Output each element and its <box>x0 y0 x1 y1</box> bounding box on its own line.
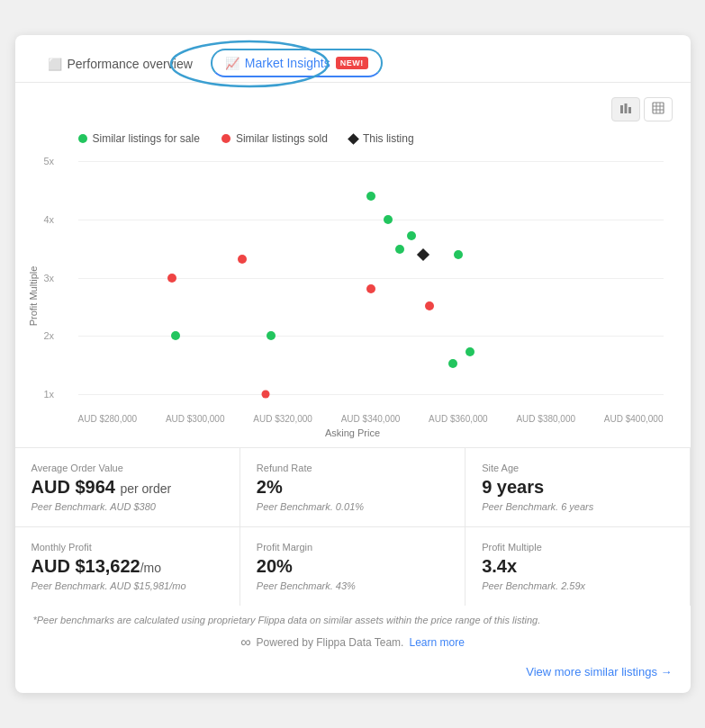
dot-red-3 <box>366 284 375 293</box>
infinity-icon: ∞ <box>240 634 250 651</box>
x-axis-label: Asking Price <box>325 427 380 438</box>
metric-benchmark-profit: Peer Benchmark. AUD $15,981/mo <box>32 580 223 591</box>
tab-performance[interactable]: ⬜ Performance overview <box>33 48 207 82</box>
dot-green-4 <box>384 215 393 224</box>
legend-dot-sale <box>78 134 87 143</box>
dot-green-7 <box>454 250 463 259</box>
chart-inner: 5x 4x 3x 2x 1x <box>78 161 664 395</box>
dot-red-1 <box>167 274 176 283</box>
dot-green-8 <box>465 347 475 356</box>
metric-value-profit: AUD $13,622/mo <box>32 556 223 577</box>
performance-icon: ⬜ <box>48 58 62 71</box>
dot-green-3 <box>366 192 375 201</box>
table-chart-button[interactable] <box>644 97 673 121</box>
metric-value-age: 9 years <box>482 477 673 498</box>
market-insights-label: Market Insights <box>245 56 330 70</box>
grid-line-3x: 3x <box>78 278 664 279</box>
chart-controls <box>33 97 673 121</box>
dot-green-6 <box>407 231 416 240</box>
grid-line-5x: 5x <box>78 161 664 162</box>
legend-similar-for-sale: Similar listings for sale <box>78 132 200 145</box>
x-tick-300k: AUD $300,000 <box>166 414 225 424</box>
x-axis-ticks: AUD $280,000 AUD $300,000 AUD $320,000 A… <box>78 414 664 424</box>
metric-label-multiple: Profit Multiple <box>482 542 673 553</box>
metric-label-age: Site Age <box>482 463 673 473</box>
legend-similar-sold: Similar listings sold <box>221 132 328 145</box>
metric-label-refund: Refund Rate <box>257 463 448 473</box>
x-tick-380k: AUD $380,000 <box>516 414 575 424</box>
footer: *Peer benchmarks are calculated using pr… <box>15 606 691 665</box>
metric-site-age: Site Age 9 years Peer Benchmark. 6 years <box>465 448 690 526</box>
svg-rect-4 <box>653 103 664 113</box>
metric-monthly-profit: Monthly Profit AUD $13,622/mo Peer Bench… <box>15 527 240 606</box>
metric-benchmark-age: Peer Benchmark. 6 years <box>482 501 673 512</box>
dot-green-1 <box>171 331 180 340</box>
legend-label-sold: Similar listings sold <box>236 132 328 145</box>
svg-rect-1 <box>620 105 623 113</box>
y-tick-3x: 3x <box>44 273 55 283</box>
y-tick-2x: 2x <box>44 330 55 341</box>
svg-rect-3 <box>628 107 631 113</box>
metric-benchmark-refund: Peer Benchmark. 0.01% <box>257 501 448 512</box>
dot-green-2 <box>267 331 276 340</box>
metric-profit-multiple: Profit Multiple 3.4x Peer Benchmark. 2.5… <box>465 527 690 606</box>
metric-label-margin: Profit Margin <box>257 542 448 553</box>
x-tick-340k: AUD $340,000 <box>341 414 401 424</box>
legend-this-listing: This listing <box>349 132 414 145</box>
metric-profit-margin: Profit Margin 20% Peer Benchmark. 43% <box>240 527 465 606</box>
metric-value-aov: AUD $964 per order <box>32 477 223 498</box>
y-tick-5x: 5x <box>44 156 55 166</box>
main-card: ⬜ Performance overview 📈 Market Insights… <box>15 35 691 693</box>
dot-red-2 <box>238 255 247 264</box>
x-tick-360k: AUD $360,000 <box>429 414 488 424</box>
metrics-grid: Average Order Value AUD $964 per order P… <box>15 447 691 606</box>
legend-dot-sold <box>221 134 230 143</box>
metric-value-multiple: 3.4x <box>482 556 673 577</box>
view-more-section: View more similar listings → <box>15 665 691 693</box>
powered-by: ∞ Powered by Flippa Data Team. Learn mor… <box>33 634 673 651</box>
dot-green-5 <box>395 245 404 254</box>
grid-line-1x: 1x <box>78 394 664 395</box>
y-axis-label: Profit Multiple <box>28 266 39 327</box>
market-insights-icon: 📈 <box>225 57 240 70</box>
metric-value-margin: 20% <box>257 556 448 577</box>
grid-line-2x: 2x <box>78 336 664 337</box>
metric-benchmark-aov: Peer Benchmark. AUD $380 <box>32 501 223 512</box>
metric-refund-rate: Refund Rate 2% Peer Benchmark. 0.01% <box>240 448 465 526</box>
legend-diamond <box>348 133 359 145</box>
peer-note: *Peer benchmarks are calculated using pr… <box>33 615 673 625</box>
metric-value-refund: 2% <box>257 477 448 498</box>
learn-more-link[interactable]: Learn more <box>409 636 464 649</box>
legend-label-this: This listing <box>363 132 414 145</box>
metric-benchmark-multiple: Peer Benchmark. 2.59x <box>482 580 673 591</box>
bar-chart-button[interactable] <box>611 97 640 121</box>
powered-by-text: Powered by Flippa Data Team. <box>257 636 404 649</box>
dot-red-4 <box>425 301 434 310</box>
scatter-chart: Profit Multiple 5x 4x 3x 2x 1x <box>33 152 673 440</box>
chart-area: Similar listings for sale Similar listin… <box>15 83 691 447</box>
dot-red-5 <box>261 391 269 399</box>
x-tick-280k: AUD $280,000 <box>78 414 138 424</box>
metric-benchmark-margin: Peer Benchmark. 43% <box>257 580 448 591</box>
view-more-link[interactable]: View more similar listings → <box>526 665 672 679</box>
performance-tab-label: Performance overview <box>68 57 193 71</box>
x-tick-320k: AUD $320,000 <box>253 414 312 424</box>
metric-avg-order-value: Average Order Value AUD $964 per order P… <box>15 448 240 526</box>
metric-label-aov: Average Order Value <box>32 463 223 473</box>
y-tick-1x: 1x <box>44 389 55 400</box>
legend-label-sale: Similar listings for sale <box>93 132 200 145</box>
this-listing-diamond <box>417 248 429 261</box>
dot-green-9 <box>448 359 457 368</box>
x-tick-400k: AUD $400,000 <box>604 414 664 424</box>
grid-line-4x: 4x <box>78 220 664 220</box>
new-badge: NEW! <box>336 57 368 69</box>
tabs-bar: ⬜ Performance overview 📈 Market Insights… <box>15 35 691 83</box>
metric-label-profit: Monthly Profit <box>32 542 223 553</box>
svg-rect-2 <box>624 103 627 113</box>
chart-legend: Similar listings for sale Similar listin… <box>33 132 673 145</box>
tab-market-insights[interactable]: 📈 Market Insights NEW! <box>211 49 383 77</box>
y-tick-4x: 4x <box>44 214 55 225</box>
